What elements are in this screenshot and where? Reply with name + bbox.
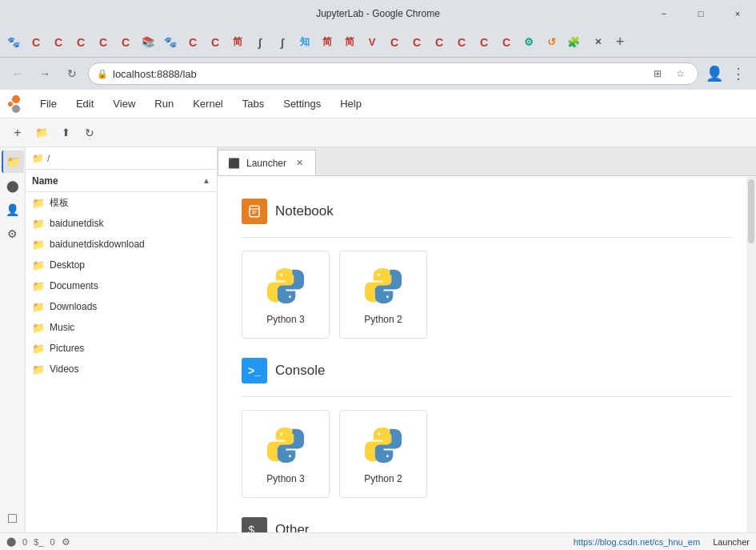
menu-kernel[interactable]: Kernel — [185, 94, 231, 113]
file-item-videos[interactable]: 📁 Videos — [26, 359, 217, 379]
bookmark-paw[interactable]: 🐾 — [3, 32, 24, 53]
bookmark-star[interactable]: ☆ — [670, 64, 690, 83]
bookmark-jian2[interactable]: 简 — [317, 32, 338, 53]
folder-icon: 📁 — [32, 153, 44, 164]
file-item-downloads[interactable]: 📁 Downloads — [26, 296, 217, 317]
menu-help[interactable]: Help — [332, 94, 370, 113]
url-actions: ⊞ ☆ — [648, 64, 690, 83]
bookmark-jian3[interactable]: 简 — [339, 32, 360, 53]
notebook-python3-card[interactable]: Python 3 — [242, 251, 330, 339]
file-name-8: Videos — [50, 363, 78, 375]
bookmark-paw2[interactable]: 🐾 — [160, 32, 181, 53]
menu-run[interactable]: Run — [146, 94, 182, 113]
file-item-baidudown[interactable]: 📁 baidunetdiskdownload — [26, 234, 217, 255]
launcher-tab[interactable]: ⬛ Launcher ✕ — [218, 150, 316, 175]
file-name-2: baidunetdiskdownload — [50, 239, 145, 250]
path-text: / — [47, 153, 50, 164]
bookmark-v[interactable]: V — [362, 32, 382, 53]
notebook-cards: Python 3 Python 2 — [242, 251, 732, 339]
bookmark-c10[interactable]: C — [429, 32, 450, 53]
minimize-button[interactable]: − — [646, 0, 682, 27]
file-item-pictures[interactable]: 📁 Pictures — [26, 338, 217, 359]
bookmark-c5[interactable]: C — [115, 32, 136, 53]
console-python3-label: Python 3 — [266, 473, 304, 484]
folder-icon-7: 📁 — [32, 343, 45, 355]
menu-tabs[interactable]: Tabs — [234, 94, 272, 113]
bookmark-c3[interactable]: C — [70, 32, 91, 53]
bookmark-int2[interactable]: ∫ — [272, 32, 293, 53]
file-item-moBan[interactable]: 📁 模板 — [26, 192, 217, 213]
back-button[interactable]: ← — [6, 62, 29, 85]
kernel-count: 0 — [22, 537, 27, 547]
sidebar-tabs-icon[interactable]: ⚙ — [2, 223, 24, 245]
sort-icon[interactable]: ▲ — [202, 176, 210, 185]
file-item-music[interactable]: 📁 Music — [26, 317, 217, 338]
file-name-7: Pictures — [50, 343, 84, 354]
new-folder-button[interactable]: 📁 — [30, 122, 53, 144]
menu-file[interactable]: File — [32, 94, 65, 113]
bookmark-c4[interactable]: C — [93, 32, 114, 53]
menu-edit[interactable]: Edit — [68, 94, 102, 113]
editor-area: ⬛ Launcher ✕ — [218, 147, 756, 532]
sidebar-commands-icon[interactable]: 👤 — [2, 199, 24, 221]
sidebar-running-icon[interactable]: ⬤ — [2, 175, 24, 197]
menu-settings[interactable]: Settings — [275, 94, 329, 113]
console-section-title: Console — [275, 363, 325, 379]
file-name-6: Music — [50, 322, 74, 333]
folder-icon-3: 📁 — [32, 259, 45, 271]
menu-view[interactable]: View — [105, 94, 143, 113]
main-content: 📁 ⬤ 👤 ⚙ □ 📁 / Name ▲ 📁 — [0, 147, 756, 532]
translate-icon[interactable]: ⊞ — [648, 64, 667, 83]
sidebar-files-icon[interactable]: 📁 — [2, 151, 24, 173]
bookmark-c9[interactable]: C — [406, 32, 427, 53]
bookmark-gear[interactable]: ⚙ — [518, 32, 539, 53]
forward-button[interactable]: → — [34, 62, 56, 85]
notebook-section-title: Notebook — [275, 203, 334, 219]
bookmark-jian1[interactable]: 简 — [227, 32, 248, 53]
notebook-python2-card[interactable]: Python 2 — [339, 251, 427, 339]
bookmark-c7[interactable]: C — [205, 32, 226, 53]
bookmark-c12[interactable]: C — [474, 32, 494, 53]
bookmark-zhi[interactable]: 知 — [294, 32, 315, 53]
bookmark-book[interactable]: 📚 — [138, 32, 158, 53]
bookmark-c11[interactable]: C — [451, 32, 472, 53]
settings-icon[interactable]: ⚙ — [62, 536, 70, 548]
console-python2-card[interactable]: Python 2 — [339, 410, 427, 498]
address-bar: ← → ↻ 🔒 localhost:8888/lab ⊞ ☆ 👤 ⋮ — [0, 58, 756, 90]
bookmark-ext[interactable]: 🧩 — [563, 32, 584, 53]
url-bar[interactable]: 🔒 localhost:8888/lab ⊞ ☆ — [88, 62, 698, 85]
launcher-tab-close[interactable]: ✕ — [293, 157, 306, 170]
menu-button[interactable]: ⋮ — [727, 62, 750, 85]
svg-point-2 — [8, 102, 13, 106]
scrollbar-thumb[interactable] — [748, 179, 754, 243]
bookmark-c6[interactable]: C — [182, 32, 203, 53]
account-button[interactable]: 👤 — [703, 62, 726, 85]
file-item-desktop[interactable]: 📁 Desktop — [26, 255, 217, 275]
sidebar-settings-icon[interactable]: □ — [2, 507, 24, 529]
bookmark-refresh[interactable]: ↺ — [541, 32, 562, 53]
bookmark-c8[interactable]: C — [384, 32, 405, 53]
app-body: File Edit View Run Kernel Tabs Settings … — [0, 90, 756, 550]
reload-button[interactable]: ↻ — [61, 62, 83, 85]
other-section-header: $_ Other — [242, 517, 732, 532]
notebook-python3-label: Python 3 — [266, 314, 304, 325]
tab-close-bookmark[interactable]: ✕ — [587, 32, 608, 53]
refresh-files-button[interactable]: ↻ — [78, 122, 101, 144]
scrollbar-track[interactable] — [746, 176, 756, 532]
new-tab-button[interactable]: + — [610, 32, 630, 53]
launcher-tab-icon: ⬛ — [228, 158, 240, 169]
bookmark-int1[interactable]: ∫ — [250, 32, 270, 53]
new-launcher-button[interactable]: + — [6, 122, 29, 144]
maximize-button[interactable]: □ — [682, 0, 719, 27]
close-button[interactable]: × — [719, 0, 756, 27]
console-python3-card[interactable]: Python 3 — [242, 410, 330, 498]
window-controls: − □ × — [646, 0, 756, 27]
bookmark-c13[interactable]: C — [496, 32, 517, 53]
folder-icon-5: 📁 — [32, 301, 45, 313]
upload-button[interactable]: ⬆ — [54, 122, 77, 144]
file-item-documents[interactable]: 📁 Documents — [26, 275, 217, 296]
bookmark-c2[interactable]: C — [48, 32, 69, 53]
notebook-python2-label: Python 2 — [364, 314, 402, 325]
file-item-baidu[interactable]: 📁 baidunetdisk — [26, 213, 217, 234]
bookmark-c1[interactable]: C — [26, 32, 46, 53]
